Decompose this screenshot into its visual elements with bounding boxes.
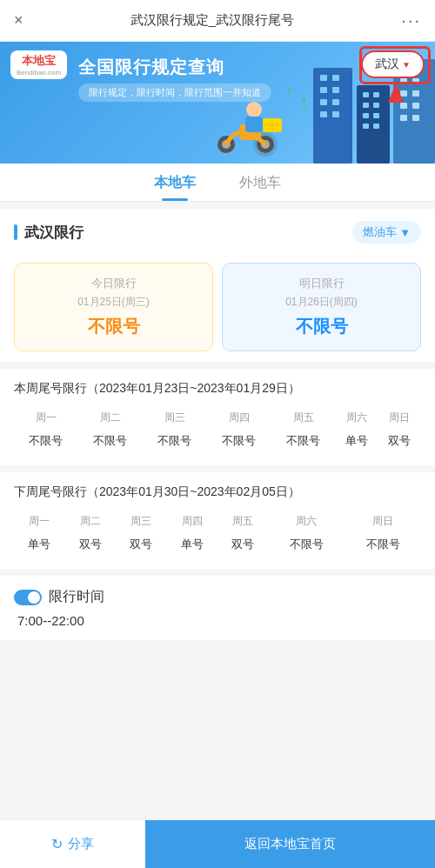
time-section: 限行时间 7:00--22:00 xyxy=(0,576,435,640)
svg-rect-7 xyxy=(320,111,327,117)
home-button[interactable]: 返回本地宝首页 xyxy=(145,820,435,868)
time-value: 7:00--22:00 xyxy=(14,613,421,628)
next-fri-val: 双号 xyxy=(218,532,269,557)
logo-text: 本地宝 xyxy=(22,53,56,69)
page-title: 武汉限行规定_武汉限行尾号 xyxy=(23,12,402,29)
svg-rect-10 xyxy=(363,92,369,97)
today-label: 今日限行 xyxy=(25,276,202,291)
this-fri-val: 不限号 xyxy=(271,429,336,453)
today-value: 不限号 xyxy=(25,315,202,338)
close-button[interactable]: × xyxy=(14,11,23,30)
next-week-title: 下周尾号限行（2023年01月30日~2023年02月05日） xyxy=(14,484,421,500)
svg-rect-37 xyxy=(245,117,263,132)
red-arrow xyxy=(388,83,404,103)
section-title-wrap: 武汉限行 xyxy=(14,223,84,243)
svg-text:↑: ↑ xyxy=(285,83,291,97)
this-week-table: 周一 周二 周三 周四 周五 周六 周日 不限号 不限号 不限号 不限号 不限号… xyxy=(14,407,421,453)
next-col-mon: 周一 xyxy=(14,511,65,532)
svg-rect-14 xyxy=(363,113,369,118)
fuel-dropdown-icon: ▼ xyxy=(399,226,411,239)
main-content: 武汉限行 燃油车 ▼ 今日限行 01月25日(周三) 不限号 明日限行 01月2… xyxy=(0,209,435,710)
next-week-section: 下周尾号限行（2023年01月30日~2023年02月05日） 周一 周二 周三… xyxy=(0,472,435,569)
share-icon: ↻ xyxy=(51,836,63,852)
this-sat-val: 单号 xyxy=(335,429,378,453)
fuel-type-button[interactable]: 燃油车 ▼ xyxy=(352,221,421,244)
this-wed-val: 不限号 xyxy=(143,429,207,453)
today-date: 01月25日(周三) xyxy=(25,295,202,310)
section-bar-icon xyxy=(14,224,17,240)
svg-rect-26 xyxy=(412,103,419,109)
svg-text:↑: ↑ xyxy=(300,93,308,110)
svg-point-36 xyxy=(246,102,262,117)
tab-bar: 本地车 外地车 xyxy=(0,164,435,202)
tab-foreign-car[interactable]: 外地车 xyxy=(239,174,281,201)
this-sun-val: 双号 xyxy=(378,429,421,453)
banner: 本地宝 Bendibao.com 全国限行规定查询 限行规定，限行时间，限行范围… xyxy=(0,42,435,164)
svg-rect-11 xyxy=(373,92,379,97)
col-thu: 周四 xyxy=(207,407,271,429)
city-dropdown-icon: ▼ xyxy=(402,60,411,70)
this-week-title: 本周尾号限行（2023年01月23日~2023年01月29日） xyxy=(14,381,421,397)
bottom-bar: ↻ 分享 返回本地宝首页 xyxy=(0,819,435,868)
next-col-tue: 周二 xyxy=(65,511,117,532)
next-thu-val: 单号 xyxy=(167,532,218,557)
svg-rect-6 xyxy=(332,99,339,105)
svg-rect-1 xyxy=(320,75,327,81)
next-col-fri: 周五 xyxy=(218,511,269,532)
time-label: 限行时间 xyxy=(49,588,104,606)
next-col-wed: 周三 xyxy=(116,511,167,532)
svg-rect-2 xyxy=(332,75,339,81)
col-tue: 周二 xyxy=(78,407,143,429)
share-label: 分享 xyxy=(68,836,94,852)
tomorrow-card: 明日限行 01月26日(周四) 不限号 xyxy=(222,263,421,351)
svg-rect-15 xyxy=(373,113,379,118)
svg-rect-17 xyxy=(373,124,379,129)
svg-rect-12 xyxy=(363,103,369,108)
svg-rect-27 xyxy=(400,115,407,121)
svg-rect-5 xyxy=(320,99,327,105)
next-col-sun: 周日 xyxy=(345,511,421,532)
more-button[interactable]: ··· xyxy=(401,10,421,30)
svg-rect-8 xyxy=(332,111,339,117)
svg-rect-28 xyxy=(412,115,419,121)
top-bar: × 武汉限行规定_武汉限行尾号 ··· xyxy=(0,0,435,42)
svg-rect-22 xyxy=(412,78,419,84)
restriction-cards: 今日限行 01月25日(周三) 不限号 明日限行 01月26日(周四) 不限号 xyxy=(0,252,435,362)
col-fri: 周五 xyxy=(271,407,336,429)
svg-rect-24 xyxy=(412,90,419,97)
share-button[interactable]: ↻ 分享 xyxy=(0,820,145,868)
tomorrow-value: 不限号 xyxy=(233,315,410,338)
logo-sub: Bendibao.com xyxy=(17,69,61,77)
svg-rect-3 xyxy=(320,87,327,93)
this-week-section: 本周尾号限行（2023年01月23日~2023年01月29日） 周一 周二 周三… xyxy=(0,369,435,465)
next-week-table: 周一 周二 周三 周四 周五 周六 周日 单号 双号 双号 单号 双号 不限号 xyxy=(14,511,421,557)
tab-local-car[interactable]: 本地车 xyxy=(154,174,196,201)
next-col-sat: 周六 xyxy=(269,511,345,532)
next-sun-val: 不限号 xyxy=(345,532,421,557)
svg-rect-4 xyxy=(332,87,339,93)
section-header: 武汉限行 燃油车 ▼ xyxy=(0,209,435,252)
this-tue-val: 不限号 xyxy=(78,429,143,453)
section-title: 武汉限行 xyxy=(24,223,84,243)
next-sat-val: 不限号 xyxy=(269,532,345,557)
time-toggle[interactable] xyxy=(14,590,42,605)
city-selector[interactable]: 武汉 ▼ xyxy=(361,50,425,78)
tomorrow-label: 明日限行 xyxy=(233,276,410,291)
home-label: 返回本地宝首页 xyxy=(244,836,336,852)
next-mon-val: 单号 xyxy=(14,532,65,557)
this-thu-val: 不限号 xyxy=(207,429,271,453)
city-name: 武汉 xyxy=(375,57,399,72)
col-wed: 周三 xyxy=(143,407,207,429)
col-sun: 周日 xyxy=(378,407,421,429)
col-mon: 周一 xyxy=(14,407,78,429)
next-col-thu: 周四 xyxy=(167,511,218,532)
fuel-label: 燃油车 xyxy=(363,224,397,240)
logo: 本地宝 Bendibao.com xyxy=(10,50,67,79)
next-tue-val: 双号 xyxy=(65,532,117,557)
svg-rect-16 xyxy=(363,124,369,129)
svg-rect-13 xyxy=(373,103,379,108)
tomorrow-date: 01月26日(周四) xyxy=(233,295,410,310)
next-wed-val: 双号 xyxy=(116,532,167,557)
time-header: 限行时间 xyxy=(14,588,421,606)
this-mon-val: 不限号 xyxy=(14,429,78,453)
